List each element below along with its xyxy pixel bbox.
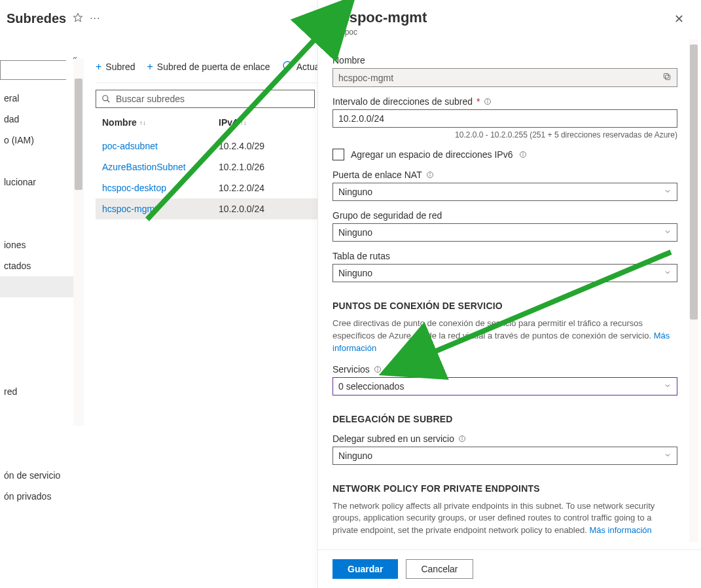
sidebar-nav-item[interactable]: o (IAM) xyxy=(0,130,84,151)
refresh-icon xyxy=(282,60,293,73)
info-icon[interactable] xyxy=(374,365,382,373)
network-policy-heading: NETWORK POLICY FOR PRIVATE ENDPOINTS xyxy=(333,483,677,494)
ipv6-checkbox[interactable] xyxy=(333,149,344,160)
svg-point-1 xyxy=(103,96,108,101)
name-label: Nombre xyxy=(333,55,677,65)
subnet-ipv4-value: 10.2.2.0/24 xyxy=(219,183,310,193)
route-table-label: Tabla de rutas xyxy=(333,251,677,261)
subnet-search-input[interactable]: Buscar subredes xyxy=(96,90,315,108)
sidebar-nav-list: eraldado (IAM) lucionar ionesctados red … xyxy=(0,88,84,507)
sort-icon: ↑↓ xyxy=(240,119,247,126)
delegation-label: Delegar subred en un servicio xyxy=(333,433,677,444)
nat-select[interactable]: Ninguno xyxy=(333,183,677,201)
sidebar-nav-item[interactable] xyxy=(0,318,84,339)
column-header-ipv4[interactable]: IPv4 ↑↓ xyxy=(219,117,310,128)
sidebar-nav-item[interactable]: ctados xyxy=(0,255,84,276)
left-sidebar: Subredes ··· « eraldado (IAM) lucionar i… xyxy=(0,0,84,588)
delegation-value: Ninguno xyxy=(338,450,372,461)
subnet-detail-panel: hcspoc-mgmt hcspoc ✕ Nombre hcspoc-mgmt … xyxy=(317,0,701,588)
sort-icon: ↑↓ xyxy=(139,119,146,126)
info-icon[interactable] xyxy=(519,151,527,158)
sidebar-scrollbar[interactable] xyxy=(73,59,84,426)
delegation-select[interactable]: Ninguno xyxy=(333,447,677,465)
services-select[interactable]: 0 seleccionados xyxy=(333,377,677,395)
sidebar-nav-item[interactable]: ón de servicio xyxy=(0,465,84,486)
panel-title: hcspoc-mgmt xyxy=(333,9,672,26)
required-asterisk: * xyxy=(476,96,480,107)
svg-point-16 xyxy=(377,367,378,368)
sidebar-nav-item[interactable] xyxy=(0,339,84,360)
svg-marker-0 xyxy=(73,13,82,22)
chevron-down-icon xyxy=(664,268,672,278)
panel-scrollbar[interactable] xyxy=(689,39,698,542)
cancel-button[interactable]: Cancelar xyxy=(406,559,473,579)
svg-rect-3 xyxy=(666,75,670,80)
search-icon xyxy=(101,94,111,103)
network-policy-description: The network policy affects all private e… xyxy=(333,500,677,538)
add-gateway-subnet-button[interactable]: + Subred de puerta de enlace xyxy=(147,61,270,73)
sidebar-nav-item[interactable] xyxy=(0,444,84,465)
sidebar-nav-item[interactable]: lucionar xyxy=(0,172,84,193)
name-input[interactable]: hcspoc-mgmt xyxy=(333,68,677,87)
add-subnet-button[interactable]: + Subred xyxy=(96,61,135,73)
nsg-value: Ninguno xyxy=(338,227,372,238)
info-icon[interactable] xyxy=(484,98,492,105)
info-icon[interactable] xyxy=(426,171,434,179)
add-subnet-label: Subred xyxy=(105,62,135,72)
svg-rect-4 xyxy=(664,73,668,78)
sidebar-nav-item[interactable] xyxy=(0,193,84,213)
chevron-down-icon xyxy=(664,187,672,197)
subnet-search-placeholder: Buscar subredes xyxy=(116,94,185,104)
ipv6-checkbox-label: Agregar un espacio de direcciones IPv6 xyxy=(351,149,512,160)
svg-line-2 xyxy=(107,100,110,103)
nat-label: Puerta de enlace NAT xyxy=(333,170,677,180)
services-value: 0 seleccionados xyxy=(338,381,404,392)
range-value: 10.2.0.0/24 xyxy=(338,113,384,124)
save-button[interactable]: Guardar xyxy=(333,559,398,579)
column-header-name[interactable]: Nombre ↑↓ xyxy=(102,117,219,128)
sidebar-nav-item[interactable] xyxy=(0,402,84,423)
sidebar-nav-item[interactable]: eral xyxy=(0,88,84,109)
service-endpoints-description: Cree directivas de punto de conexión de … xyxy=(333,318,677,355)
page-title: Subredes xyxy=(7,11,66,26)
plus-icon: + xyxy=(96,61,101,73)
sidebar-search-input[interactable] xyxy=(0,60,66,80)
sidebar-nav-item[interactable]: dad xyxy=(0,109,84,130)
sidebar-nav-item[interactable] xyxy=(0,151,84,172)
nat-value: Ninguno xyxy=(338,187,372,197)
route-table-select[interactable]: Ninguno xyxy=(333,264,677,282)
sidebar-nav-item[interactable]: iones xyxy=(0,234,84,255)
subnet-name-link[interactable]: hcspoc-desktop xyxy=(102,183,219,193)
copy-icon[interactable] xyxy=(662,72,672,83)
close-icon[interactable]: ✕ xyxy=(672,9,687,29)
svg-point-10 xyxy=(523,153,524,153)
subnet-name-link[interactable]: hcspoc-mgmt xyxy=(102,204,219,214)
learn-more-link[interactable]: Más información xyxy=(589,525,651,535)
subnet-ipv4-value: 10.2.0.0/24 xyxy=(219,204,310,214)
delegation-heading: DELEGACIÓN DE SUBRED xyxy=(333,414,677,424)
subnet-name-link[interactable]: AzureBastionSubnet xyxy=(102,162,219,172)
range-label: Intervalo de direcciones de subred * xyxy=(333,96,677,107)
sidebar-nav-item[interactable] xyxy=(0,423,84,444)
svg-point-19 xyxy=(462,437,463,437)
sidebar-nav-item[interactable] xyxy=(0,360,84,381)
chevron-down-icon xyxy=(664,227,672,238)
sidebar-nav-item[interactable]: red xyxy=(0,381,84,402)
nsg-select[interactable]: Ninguno xyxy=(333,223,677,242)
sidebar-nav-item[interactable] xyxy=(0,213,84,234)
subnet-ipv4-value: 10.2.1.0/26 xyxy=(219,162,310,172)
sidebar-nav-item[interactable] xyxy=(0,276,84,297)
subnet-name-link[interactable]: poc-adsubnet xyxy=(102,141,219,151)
plus-icon: + xyxy=(147,61,153,73)
range-input[interactable]: 10.2.0.0/24 xyxy=(333,109,677,128)
sidebar-nav-item[interactable]: ón privados xyxy=(0,486,84,507)
refresh-button[interactable]: Actua xyxy=(282,60,320,73)
svg-point-7 xyxy=(488,100,488,100)
svg-point-13 xyxy=(429,173,430,174)
route-table-value: Ninguno xyxy=(338,268,372,278)
info-icon[interactable] xyxy=(458,435,466,443)
sidebar-nav-item[interactable] xyxy=(0,297,84,318)
add-gateway-subnet-label: Subred de puerta de enlace xyxy=(157,62,270,72)
refresh-label: Actua xyxy=(297,62,320,72)
favorite-star-icon[interactable] xyxy=(73,12,83,25)
